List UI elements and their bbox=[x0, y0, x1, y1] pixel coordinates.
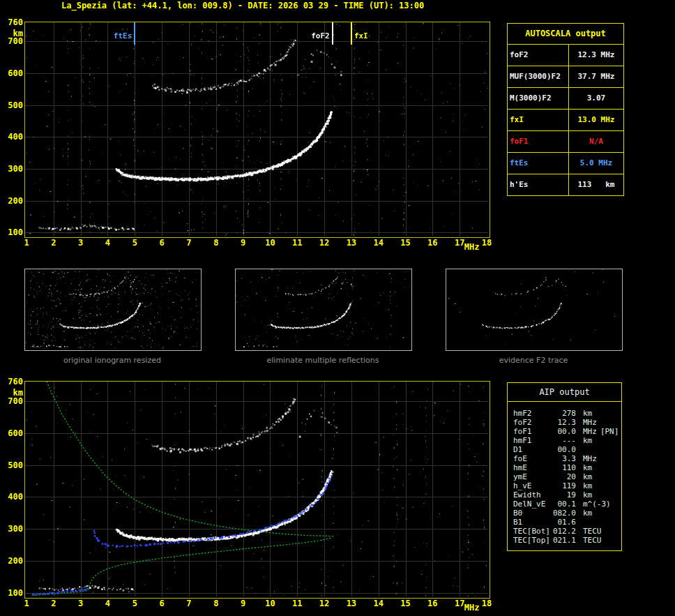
y-axis-label: 400 bbox=[3, 493, 23, 501]
panel-eliminate-frame bbox=[235, 269, 412, 351]
y-axis-label: 200 bbox=[3, 557, 23, 565]
autoscala-row-M(3000)F2: M(3000)F23.07 bbox=[508, 88, 623, 110]
autoscala-row-label: ftEs bbox=[508, 153, 569, 174]
x-axis-label: 15 bbox=[400, 239, 410, 247]
x-axis-label: 3 bbox=[78, 599, 83, 608]
autoscala-row-foF1: foF1N/A bbox=[508, 131, 623, 153]
aip-row-unit: MHz bbox=[583, 418, 597, 427]
aip-row-value: 278 bbox=[551, 409, 576, 418]
aip-row-foF2: foF212.3MHz bbox=[513, 418, 620, 427]
aip-row-label: B0 bbox=[513, 509, 551, 518]
aip-row-foF1: foF100.0MHz[PN] bbox=[513, 427, 620, 436]
y-axis-unit: km bbox=[3, 389, 23, 397]
aip-row-label: B1 bbox=[513, 518, 551, 527]
x-axis-label: 9 bbox=[241, 599, 245, 608]
aip-row-label: Ewidth bbox=[513, 490, 551, 499]
aip-row-label: hmF2 bbox=[513, 409, 551, 418]
x-axis-label: 14 bbox=[373, 239, 383, 247]
autoscala-row-value: 3.07 bbox=[569, 88, 623, 109]
y-axis-label: 700 bbox=[3, 37, 23, 45]
aip-row-unit: km bbox=[583, 436, 592, 445]
y-axis-label: 760 bbox=[3, 377, 23, 386]
autoscala-row-label: foF1 bbox=[508, 131, 569, 152]
x-axis-label: 10 bbox=[265, 599, 275, 608]
x-axis-label: 7 bbox=[186, 599, 191, 608]
x-axis-label: 2 bbox=[51, 599, 56, 608]
marker-label-fxI: fxI bbox=[354, 32, 368, 40]
aip-header: AIP output bbox=[508, 383, 621, 402]
x-axis-label: 9 bbox=[241, 239, 245, 247]
x-axis-label: 1 bbox=[24, 239, 29, 247]
y-axis-unit: km bbox=[3, 29, 23, 38]
x-axis-label: 17 bbox=[455, 239, 464, 247]
panel-original-frame bbox=[24, 269, 202, 351]
autoscala-row-value: 5.0 MHz bbox=[569, 153, 623, 174]
aip-row-label: DelN_vE bbox=[513, 499, 551, 509]
aip-row-B0: B0082.0km bbox=[513, 509, 620, 518]
marker-line-ftEs bbox=[134, 22, 135, 45]
x-axis-label: 18 bbox=[482, 599, 492, 608]
aip-row-value: 00.1 bbox=[551, 499, 576, 509]
autoscala-row-label: M(3000)F2 bbox=[508, 88, 569, 109]
aip-row-value: 20 bbox=[551, 472, 576, 481]
y-axis-label: 300 bbox=[3, 165, 23, 173]
x-axis-unit: MHz bbox=[464, 603, 480, 612]
y-axis-label: 600 bbox=[3, 429, 23, 437]
aip-row-unit: TECU bbox=[583, 527, 602, 536]
x-axis-label: 1 bbox=[24, 599, 29, 608]
x-axis-label: 5 bbox=[132, 239, 137, 247]
x-axis-label: 4 bbox=[105, 239, 110, 247]
aip-row-TEC[Bot]: TEC[Bot]012.2TECU bbox=[513, 527, 620, 536]
autoscala-row-value: 113 km bbox=[569, 174, 623, 195]
aip-row-DelN_vE: DelN_vE00.1m^(-3) bbox=[513, 499, 620, 509]
autoscala-row-value: 12.3 MHz bbox=[569, 45, 623, 66]
aip-row-value: 19 bbox=[551, 490, 576, 499]
aip-row-label: ymE bbox=[513, 472, 551, 481]
x-axis-label: 6 bbox=[159, 599, 164, 608]
autoscala-row-MUF(3000)F2: MUF(3000)F237.7 MHz bbox=[508, 66, 623, 88]
panel-evidence-frame bbox=[446, 269, 623, 351]
aip-row-label: hmE bbox=[513, 463, 551, 472]
panel-original-canvas bbox=[25, 269, 199, 349]
aip-row-hmF1: hmF1---km bbox=[513, 436, 620, 445]
x-axis-label: 12 bbox=[319, 239, 329, 247]
y-axis-label: 600 bbox=[3, 69, 23, 77]
panel-evidence-f2: evidence F2 trace bbox=[446, 269, 621, 365]
ionogram-plot: 760700600500400300200100km12345678910111… bbox=[24, 22, 490, 238]
x-axis-label: 11 bbox=[292, 599, 302, 608]
x-axis-unit: MHz bbox=[464, 243, 480, 251]
aip-row-value: --- bbox=[551, 436, 576, 445]
y-axis-label: 300 bbox=[3, 525, 23, 533]
aip-row-unit: km bbox=[583, 472, 592, 481]
autoscala-row-value: 13.0 MHz bbox=[569, 110, 623, 130]
aip-row-unit: km bbox=[583, 481, 592, 490]
x-axis-label: 13 bbox=[347, 599, 356, 608]
aip-row-label: foF2 bbox=[513, 418, 551, 427]
autoscala-row-h'Es: h'Es113 km bbox=[508, 174, 623, 195]
autoscala-row-value: 37.7 MHz bbox=[569, 66, 623, 87]
aip-row-label: D1 bbox=[513, 445, 551, 454]
autoscala-row-label: h'Es bbox=[508, 174, 569, 195]
profile-plot: 760700600500400300200100km12345678910111… bbox=[24, 381, 490, 599]
x-axis-label: 12 bbox=[319, 599, 329, 608]
station-title: La_Spezia (lat: +44.1, lon: 009.8) - DAT… bbox=[61, 1, 424, 10]
aip-row-label: h_vE bbox=[513, 481, 551, 490]
aip-row-label: TEC[Bot] bbox=[513, 527, 551, 536]
x-axis-label: 6 bbox=[159, 239, 164, 247]
autoscala-window: La_Spezia (lat: +44.1, lon: 009.8) - DAT… bbox=[0, 0, 675, 616]
aip-row-value: 082.0 bbox=[551, 509, 576, 518]
profile-canvas bbox=[25, 382, 488, 596]
x-axis-label: 13 bbox=[347, 239, 356, 247]
aip-row-unit: km bbox=[583, 409, 592, 418]
x-axis-label: 18 bbox=[482, 239, 492, 247]
panel-eliminate-canvas bbox=[236, 269, 410, 349]
panel-evidence-canvas bbox=[446, 269, 621, 349]
aip-row-D1: D100.0 bbox=[513, 445, 620, 454]
aip-row-note: [PN] bbox=[600, 427, 619, 436]
y-axis-label: 100 bbox=[3, 228, 23, 236]
autoscala-row-label: fxI bbox=[508, 110, 569, 130]
aip-row-value: 00.0 bbox=[551, 427, 576, 436]
x-axis-label: 8 bbox=[213, 599, 218, 608]
aip-row-unit: km bbox=[583, 463, 592, 472]
autoscala-row-value: N/A bbox=[569, 131, 623, 152]
